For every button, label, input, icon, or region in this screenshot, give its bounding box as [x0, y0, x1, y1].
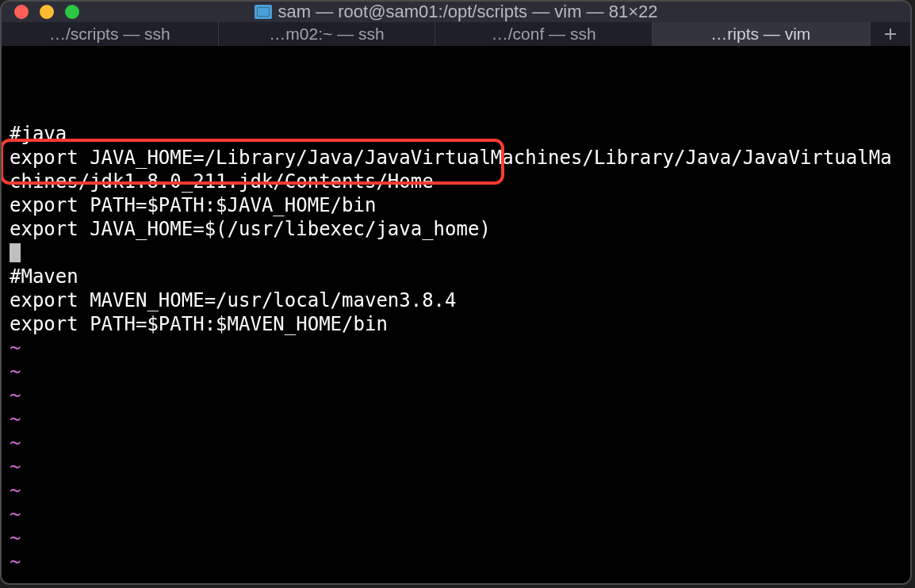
empty-line-tilde: ~ [10, 455, 902, 479]
tab-scripts-ssh[interactable]: …/scripts — ssh [2, 22, 219, 46]
editor-line: #java [10, 122, 902, 146]
minimize-button[interactable] [40, 5, 54, 19]
empty-line-tilde: ~ [10, 574, 902, 585]
cursor [10, 243, 21, 262]
editor-line: export JAVA_HOME=/Library/Java/JavaVirtu… [10, 146, 902, 193]
empty-line-tilde: ~ [10, 336, 902, 360]
editor-line: export PATH=$PATH:$JAVA_HOME/bin [10, 193, 902, 217]
tab-bar: …/scripts — ssh …m02:~ — ssh …/conf — ss… [2, 22, 910, 46]
terminal-window: sam — root@sam01:/opt/scripts — vim — 81… [0, 0, 912, 585]
empty-line-tilde: ~ [10, 526, 902, 550]
editor-line: #Maven [10, 265, 902, 288]
tab-conf-ssh[interactable]: …/conf — ssh [435, 22, 653, 46]
empty-line-tilde: ~ [10, 384, 902, 407]
empty-line-tilde: ~ [10, 550, 902, 574]
close-button[interactable] [14, 5, 29, 19]
editor-line [10, 241, 902, 265]
editor-line: export MAVEN_HOME=/usr/local/maven3.8.4 [10, 288, 902, 312]
window-title: sam — root@sam01:/opt/scripts — vim — 81… [278, 2, 658, 22]
editor-line: export PATH=$PATH:$MAVEN_HOME/bin [10, 312, 902, 336]
empty-line-tilde: ~ [10, 479, 902, 502]
plus-icon [883, 22, 898, 46]
traffic-lights [14, 5, 79, 19]
titlebar: sam — root@sam01:/opt/scripts — vim — 81… [2, 2, 910, 22]
window-title-container: sam — root@sam01:/opt/scripts — vim — 81… [255, 2, 658, 22]
empty-line-tilde: ~ [10, 360, 902, 384]
terminal-content[interactable]: #javaexport JAVA_HOME=/Library/Java/Java… [2, 46, 910, 585]
folder-icon [255, 5, 272, 19]
tab-ripts-vim[interactable]: …ripts — vim [653, 22, 870, 46]
add-tab-button[interactable] [870, 22, 910, 46]
empty-line-tilde: ~ [10, 502, 902, 526]
empty-line-tilde: ~ [10, 431, 902, 455]
empty-line-tilde: ~ [10, 407, 902, 431]
tab-m02-ssh[interactable]: …m02:~ — ssh [219, 22, 436, 46]
maximize-button[interactable] [65, 5, 79, 19]
editor-line: export JAVA_HOME=$(/usr/libexec/java_hom… [10, 217, 902, 241]
